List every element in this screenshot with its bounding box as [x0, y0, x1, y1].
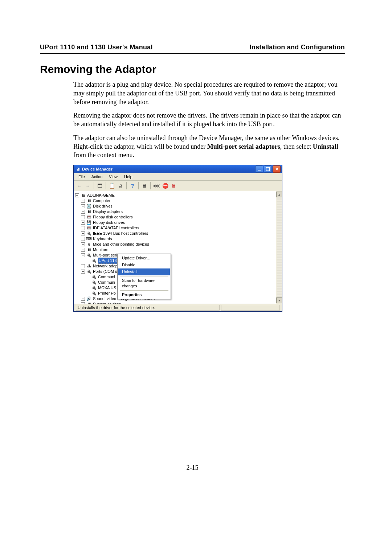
menu-view[interactable]: View [106, 174, 120, 179]
scroll-up-icon[interactable]: ▴ [276, 192, 282, 197]
menu-help[interactable]: Help [122, 174, 135, 179]
disable-icon[interactable]: ⛔ [161, 182, 169, 190]
minimize-button[interactable] [255, 165, 263, 173]
expand-icon[interactable]: + [81, 237, 85, 241]
expand-icon[interactable]: + [81, 210, 85, 214]
expand-icon[interactable]: + [81, 297, 85, 301]
header-right: Installation and Configuration [250, 44, 345, 51]
collapse-icon[interactable]: − [81, 270, 85, 274]
tree-item[interactable]: Communi [98, 280, 115, 285]
expand-icon[interactable]: − [75, 193, 79, 197]
tree-item[interactable]: IEEE 1394 Bus host controllers [93, 231, 148, 236]
expand-icon[interactable]: + [81, 204, 85, 208]
expand-icon[interactable]: + [81, 226, 85, 230]
display-icon: 🖥 [86, 209, 91, 214]
tree-item[interactable]: Mice and other pointing devices [93, 242, 149, 247]
sound-icon: 🔊 [86, 296, 91, 301]
ieee1394-icon: 🔌 [86, 231, 91, 236]
tree-item[interactable]: Keyboards [93, 236, 112, 242]
menu-action[interactable]: Action [89, 174, 105, 179]
expand-icon[interactable]: + [81, 199, 85, 203]
print-icon[interactable]: 🖨 [117, 182, 124, 190]
paragraph-3: The adaptor can also be uninstalled thro… [73, 134, 345, 160]
tree-item-selected[interactable]: UPort 1130 [98, 258, 120, 264]
expand-icon[interactable]: + [81, 248, 85, 252]
ide-icon: 📼 [86, 226, 91, 231]
tree-item[interactable]: Monitors [93, 247, 108, 253]
port-icon: 🔌 [91, 286, 97, 291]
ports-icon: 🔌 [86, 269, 91, 274]
mouse-icon: 🖱 [86, 242, 91, 247]
header-left: UPort 1110 and 1130 User's Manual [40, 44, 153, 51]
port-icon: 🔌 [91, 275, 97, 280]
tree-item[interactable]: Computer [93, 198, 110, 204]
page-header: UPort 1110 and 1130 User's Manual Instal… [40, 44, 345, 54]
computer-root-icon: 🖥 [81, 193, 86, 198]
adapter-icon: 🔌 [91, 258, 97, 263]
tree-item[interactable]: Printer Po [98, 291, 116, 296]
scan-hardware-icon[interactable]: 🖥 [140, 182, 148, 190]
multiport-icon: 🔌 [86, 253, 91, 258]
tree-item[interactable]: IDE ATA/ATAPI controllers [93, 225, 139, 231]
status-cell-empty [221, 305, 280, 311]
port-icon: 🔌 [91, 291, 97, 296]
paragraph-1: The adaptor is a plug and play device. N… [73, 81, 345, 106]
tree-item[interactable]: Display adapters [93, 209, 123, 214]
device-tree[interactable]: −🖥ADLINK-GEME +🖥Computer +💽Disk drives +… [74, 191, 276, 304]
maximize-button[interactable] [264, 165, 272, 173]
title-bar[interactable]: 🖥 Device Manager ✕ [74, 165, 282, 173]
scroll-down-icon[interactable]: ▾ [276, 297, 282, 303]
expand-icon[interactable]: + [81, 302, 85, 304]
network-icon: 🖧 [86, 264, 91, 269]
menu-file[interactable]: File [76, 174, 87, 179]
uninstall-icon[interactable]: 🖥 [170, 182, 178, 190]
status-text: Uninstalls the driver for the selected d… [76, 305, 220, 311]
menu-item-uninstall[interactable]: Uninstall [118, 268, 170, 275]
tree-item[interactable]: Ports (COM & [93, 269, 118, 274]
context-menu: Update Driver… Disable Uninstall Scan fo… [117, 254, 171, 299]
forward-button[interactable]: → [84, 182, 92, 190]
body-text: The adaptor is a plug and play device. N… [73, 81, 345, 160]
app-icon: 🖥 [75, 167, 80, 172]
properties-icon[interactable]: 📋 [108, 182, 116, 190]
controller-icon: 📼 [86, 215, 91, 220]
tree-item[interactable]: Network adap [93, 263, 118, 269]
menu-item-properties[interactable]: Properties [118, 291, 170, 298]
section-heading: Removing the Adaptor [40, 63, 345, 75]
tree-item[interactable]: Disk drives [93, 204, 113, 209]
expand-icon[interactable]: + [81, 264, 85, 268]
collapse-icon[interactable]: − [81, 253, 85, 257]
floppy-icon: 💾 [86, 220, 91, 225]
port-icon: 🔌 [91, 280, 97, 285]
status-bar: Uninstalls the driver for the selected d… [74, 304, 282, 311]
system-icon: 🖥 [86, 302, 91, 304]
tree-item[interactable]: Floppy disk drives [93, 220, 125, 225]
paragraph-2: Removing the adaptor does not remove the… [73, 111, 345, 129]
toolbar: ← → 🗔 📋 🖨 ? 🖥 ⋘ ⛔ 🖥 [74, 181, 282, 191]
keyboard-icon: ⌨ [86, 237, 91, 242]
monitor-icon: 🖥 [86, 247, 91, 253]
disk-icon: 💽 [86, 204, 91, 209]
expand-icon[interactable]: + [81, 242, 85, 246]
back-button[interactable]: ← [75, 182, 83, 190]
show-hide-tree-icon[interactable]: 🗔 [96, 182, 104, 190]
device-manager-window: 🖥 Device Manager ✕ File Action View Help… [73, 165, 282, 312]
window-title: Device Manager [82, 167, 255, 171]
menu-bar: File Action View Help [74, 173, 282, 181]
tree-item[interactable]: MOXA US [98, 285, 116, 291]
tree-item[interactable]: System devices [93, 301, 121, 304]
menu-item-scan[interactable]: Scan for hardware changes [118, 277, 170, 290]
vertical-scrollbar[interactable]: ▴ ▾ [276, 191, 282, 304]
enable-icon[interactable]: ⋘ [152, 182, 160, 190]
menu-item-disable[interactable]: Disable [118, 262, 170, 268]
expand-icon[interactable]: + [81, 231, 85, 235]
close-button[interactable]: ✕ [273, 165, 281, 173]
tree-item[interactable]: Communi [98, 274, 115, 280]
expand-icon[interactable]: + [81, 215, 85, 219]
tree-item[interactable]: Floppy disk controllers [93, 214, 132, 220]
computer-icon: 🖥 [86, 198, 91, 204]
expand-icon[interactable]: + [81, 221, 85, 225]
tree-root[interactable]: ADLINK-GEME [87, 193, 115, 198]
menu-item-update-driver[interactable]: Update Driver… [118, 255, 170, 262]
help-icon[interactable]: ? [128, 182, 136, 190]
